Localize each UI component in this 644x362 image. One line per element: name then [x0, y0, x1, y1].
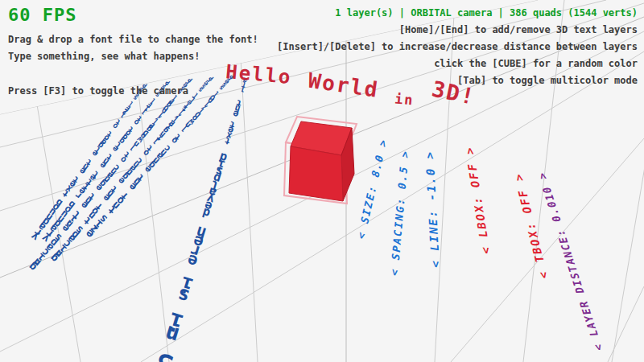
- fps-counter: 60 FPS: [8, 5, 258, 25]
- status-bar: 1 layer(s) | ORBITAL camera | 386 quads …: [277, 5, 638, 22]
- hint-add-remove-layers: [Home]/[End] to add/remove 3D text layer…: [277, 22, 638, 39]
- hint-toggle-camera: Press [F3] to toggle the camera: [8, 83, 258, 100]
- hint-drag-drop-font: Drag & drop a font file to change the fo…: [8, 31, 258, 48]
- hud-top-left: 60 FPS Drag & drop a font file to change…: [8, 5, 258, 100]
- cube[interactable]: [289, 121, 354, 201]
- hint-cube-random-color: click the [CUBE] for a random color: [277, 56, 638, 72]
- hint-layer-distance: [Insert]/[Delete] to increase/decrease d…: [277, 39, 638, 56]
- hint-type-something: Type something, see what happens!: [8, 48, 258, 65]
- hint-multicolor-mode: [Tab] to toggle multicolor mode: [277, 72, 638, 89]
- hud-top-right: 1 layer(s) | ORBITAL camera | 386 quads …: [277, 5, 638, 89]
- hello-word: in: [394, 90, 415, 108]
